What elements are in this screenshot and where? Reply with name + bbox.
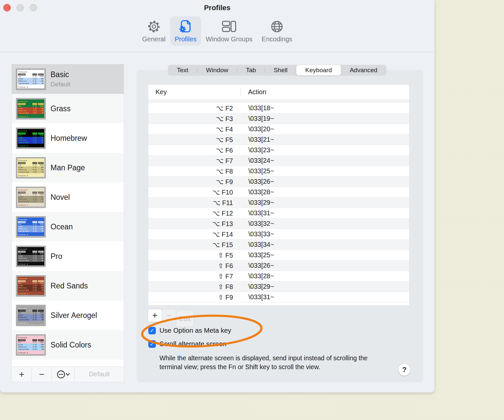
profile-name: Solid Colors bbox=[51, 341, 91, 349]
toolbar-item-general[interactable]: General bbox=[137, 16, 170, 46]
table-row[interactable]: ⌥ F6 \033[23~ bbox=[148, 145, 409, 156]
table-row[interactable]: ⌥ F9 \033[26~ bbox=[148, 177, 409, 187]
window-title: Profiles bbox=[0, 0, 434, 16]
profile-list-item[interactable]: Terminal# COMMAND %CPURPRVT top4.1%231K … bbox=[12, 242, 124, 271]
key-cell: ⌥ F4 bbox=[148, 125, 233, 133]
tab[interactable]: Window bbox=[197, 65, 237, 75]
toolbar-item-window-groups[interactable]: Window Groups bbox=[201, 16, 257, 46]
key-cell: ⌥ F14 bbox=[148, 230, 233, 238]
table-row[interactable]: ⌥ F4 \033[20~ bbox=[148, 124, 409, 135]
key-cell: ⌥ F3 bbox=[148, 115, 233, 123]
table-row[interactable]: ⇧ F7 \033[28~ bbox=[148, 271, 409, 282]
key-cell: ⇧ F6 bbox=[148, 262, 233, 270]
action-cell: \033[20~ bbox=[248, 125, 274, 133]
tab[interactable]: Keyboard bbox=[296, 65, 341, 75]
add-key-button[interactable]: + bbox=[148, 309, 162, 322]
profile-actions-menu-button[interactable] bbox=[52, 367, 75, 382]
checkbox-label: Scroll alternate screen bbox=[159, 340, 226, 348]
profile-thumbnail: Terminal# COMMAND %CPURPRVT top4.1%231K … bbox=[16, 98, 46, 119]
key-cell: ⌥ F5 bbox=[148, 136, 233, 144]
profile-name: Grass bbox=[51, 104, 71, 113]
table-row[interactable]: ⌥ F10 \033[28~ bbox=[148, 187, 409, 198]
table-body: ⌥ F2 \033[18~ ⌥ F3 \033[19~ ⌥ F4 \033[20… bbox=[148, 103, 409, 303]
action-cell: \033[23~ bbox=[248, 146, 274, 154]
table-row[interactable]: ⌥ F7 \033[24~ bbox=[148, 156, 409, 166]
key-cell: ⌥ F12 bbox=[148, 209, 233, 217]
option-row[interactable]: Use Option as Meta key bbox=[148, 326, 231, 334]
zoom-button[interactable] bbox=[30, 4, 37, 11]
profile-list-item[interactable]: Terminal# COMMAND %CPURPRVT top4.1%231K … bbox=[12, 301, 124, 330]
toolbar-label-general: General bbox=[142, 35, 165, 43]
table-row[interactable]: ⌥ F2 \033[18~ bbox=[148, 103, 409, 114]
action-cell: \033[24~ bbox=[248, 157, 274, 164]
table-row[interactable]: ⌥ F8 \033[25~ bbox=[148, 166, 409, 177]
minimize-button[interactable] bbox=[16, 4, 24, 11]
toolbar-item-encodings[interactable]: Encodings bbox=[257, 16, 297, 46]
table-row[interactable]: ⌥ F13 \033[32~ bbox=[148, 219, 409, 229]
table-row[interactable]: ⌥ F3 \033[19~ bbox=[148, 114, 409, 124]
tab[interactable]: Text bbox=[168, 65, 197, 75]
column-divider[interactable] bbox=[241, 88, 241, 96]
profile-list-item[interactable]: Terminal# COMMAND %CPURPRVT top4.1%231K … bbox=[12, 64, 124, 94]
profile-sidebar: Terminal# COMMAND %CPURPRVT top4.1%231K … bbox=[12, 64, 124, 382]
profile-list-item[interactable]: Terminal# COMMAND %CPURPRVT top4.1%231K … bbox=[12, 94, 124, 123]
traffic-lights bbox=[3, 4, 37, 11]
column-header-key[interactable]: Key bbox=[148, 88, 233, 96]
remove-profile-button[interactable]: − bbox=[32, 367, 52, 382]
profile-list-item[interactable]: Terminal# COMMAND %CPURPRVT top4.1%231K … bbox=[12, 153, 124, 182]
add-profile-button[interactable]: + bbox=[12, 367, 32, 382]
set-default-button[interactable]: Default bbox=[75, 367, 124, 382]
table-row[interactable]: ⌥ F14 \033[33~ bbox=[148, 229, 409, 240]
checkbox[interactable] bbox=[148, 340, 156, 348]
table-row[interactable]: ⇧ F5 \033[25~ bbox=[148, 250, 409, 261]
ellipsis-circle-chevron-icon bbox=[56, 370, 70, 379]
column-header-action[interactable]: Action bbox=[233, 88, 266, 96]
action-cell: \033[31~ bbox=[248, 293, 274, 301]
action-cell: \033[33~ bbox=[248, 230, 274, 238]
action-cell: \033[31~ bbox=[248, 209, 274, 217]
option-row[interactable]: Scroll alternate screen bbox=[148, 340, 231, 348]
tab[interactable]: Advanced bbox=[341, 65, 387, 75]
profile-name: Silver Aerogel bbox=[51, 311, 97, 320]
table-row[interactable]: ⇧ F8 \033[29~ bbox=[148, 282, 409, 292]
action-cell: \033[25~ bbox=[248, 167, 274, 175]
key-cell: ⌥ F9 bbox=[148, 178, 233, 186]
profile-thumbnail: Terminal# COMMAND %CPURPRVT top4.1%231K … bbox=[16, 334, 46, 355]
key-cell: ⇧ F9 bbox=[148, 293, 233, 301]
profile-list-item[interactable]: Terminal# COMMAND %CPURPRVT top4.1%231K … bbox=[12, 212, 124, 242]
preferences-window: Profiles General bbox=[0, 0, 434, 392]
profile-name: Ocean bbox=[51, 222, 73, 231]
profile-tabs: Text Window Tab Shell Keyboard Advanced bbox=[168, 65, 386, 75]
profile-name: Basic bbox=[51, 70, 70, 79]
table-row[interactable]: ⌥ F11 \033[29~ bbox=[148, 198, 409, 208]
profile-list-item[interactable]: Terminal# COMMAND %CPURPRVT top4.1%231K … bbox=[12, 330, 124, 360]
key-cell: ⌥ F2 bbox=[148, 104, 233, 112]
toolbar-label-encodings: Encodings bbox=[262, 35, 292, 43]
tab[interactable]: Tab bbox=[237, 65, 265, 75]
help-button[interactable]: ? bbox=[398, 364, 410, 376]
table-top-strip bbox=[148, 100, 409, 103]
table-row[interactable]: ⇧ F9 \033[31~ bbox=[148, 292, 409, 303]
table-row[interactable]: ⌥ F5 \033[21~ bbox=[148, 135, 409, 145]
profile-list: Terminal# COMMAND %CPURPRVT top4.1%231K … bbox=[12, 64, 124, 367]
close-button[interactable] bbox=[3, 4, 11, 11]
table-row[interactable]: ⌥ F12 \033[31~ bbox=[148, 208, 409, 219]
scroll-alternate-help-text: While the alternate screen is displayed,… bbox=[159, 354, 383, 371]
table-row[interactable]: ⌥ F15 \033[34~ bbox=[148, 240, 409, 250]
key-cell: ⌥ F15 bbox=[148, 241, 233, 249]
toolbar-item-profiles[interactable]: Profiles bbox=[170, 16, 201, 46]
edit-key-button[interactable]: Edit bbox=[176, 310, 194, 327]
tab[interactable]: Shell bbox=[265, 65, 296, 75]
table-row[interactable]: ⇧ F6 \033[26~ bbox=[148, 261, 409, 271]
profile-name: Pro bbox=[51, 252, 62, 261]
remove-key-button[interactable]: − bbox=[162, 309, 176, 322]
profile-list-item[interactable]: Terminal# COMMAND %CPURPRVT top4.1%231K … bbox=[12, 182, 124, 212]
profile-thumbnail: Terminal# COMMAND %CPURPRVT top4.1%231K … bbox=[16, 275, 46, 296]
checkbox[interactable] bbox=[148, 327, 156, 334]
profile-list-item[interactable]: Terminal# COMMAND %CPURPRVT top4.1%231K … bbox=[12, 271, 124, 301]
key-cell: ⌥ F13 bbox=[148, 220, 233, 228]
action-cell: \033[26~ bbox=[248, 178, 274, 185]
profile-name: Red Sands bbox=[51, 282, 88, 290]
toolbar-label-profiles: Profiles bbox=[175, 35, 197, 43]
profile-list-item[interactable]: Terminal# COMMAND %CPURPRVT top4.1%231K … bbox=[12, 123, 124, 153]
